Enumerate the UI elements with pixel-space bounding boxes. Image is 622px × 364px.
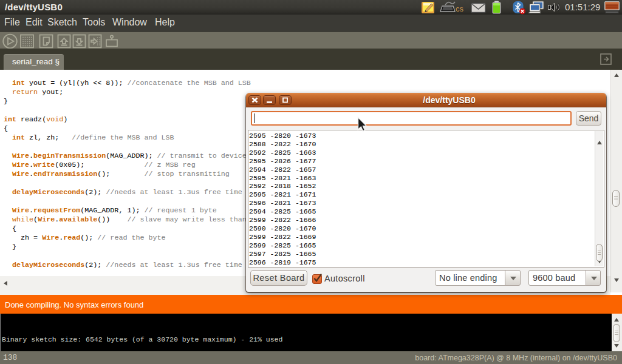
svg-text:cs: cs <box>456 4 464 13</box>
